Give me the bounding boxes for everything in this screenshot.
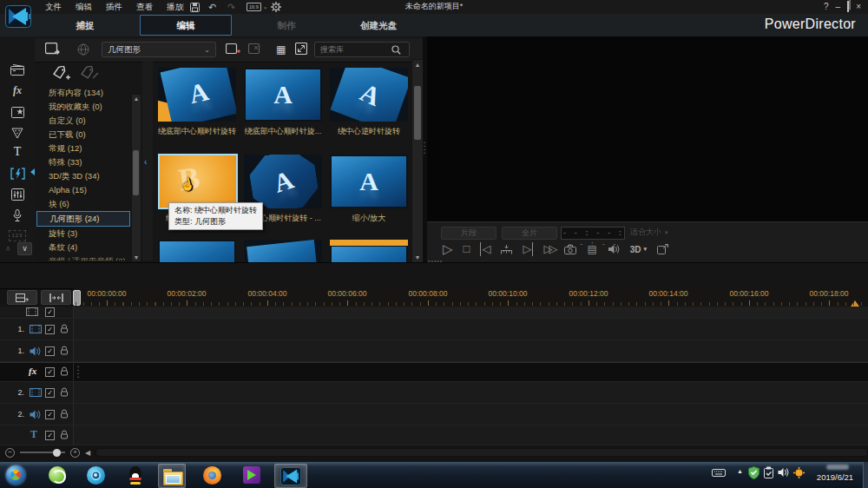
fast-forward-icon[interactable]: ▷▷ <box>543 242 554 256</box>
transition-thumb-6[interactable]: A <box>330 155 408 208</box>
minimize-button[interactable]: – <box>832 1 845 13</box>
help-button[interactable]: ? <box>820 1 832 13</box>
taskbar-player-purple[interactable] <box>240 464 264 486</box>
tray-show-hidden-icon[interactable]: ▲ <box>737 468 743 474</box>
playhead-handle[interactable] <box>73 290 81 306</box>
particle-room-icon[interactable] <box>6 124 29 142</box>
voiceover-room-icon[interactable] <box>6 207 29 224</box>
transition-thumb-5[interactable]: A <box>244 155 322 208</box>
import-media-icon[interactable] <box>45 43 61 56</box>
add-tag-icon[interactable] <box>52 66 71 82</box>
category-favorites[interactable]: 我的收藏夹 (0) <box>36 100 139 114</box>
track-enable-checkbox[interactable]: ✓ <box>45 346 55 356</box>
audio-mixing-room-icon[interactable] <box>6 186 29 203</box>
taskbar-explorer[interactable] <box>158 464 186 488</box>
menu-edit[interactable]: 编辑 <box>69 0 99 14</box>
volume-speaker-icon[interactable] <box>608 244 620 254</box>
resize-thumbnails-icon[interactable] <box>295 43 307 55</box>
collapse-left-icon[interactable]: ‹ <box>144 157 147 167</box>
track-enable-checkbox[interactable]: ✓ <box>45 431 55 440</box>
next-frame-icon[interactable]: ▷ <box>523 242 533 256</box>
category-special[interactable]: 特殊 (33) <box>36 155 139 169</box>
save-icon[interactable] <box>190 3 200 12</box>
rooms-scroll-down-button[interactable]: ∨ <box>17 242 32 255</box>
timeline-h-scrollbar[interactable] <box>95 448 868 457</box>
row-grip-dots[interactable]: •••• <box>77 365 79 379</box>
menu-file[interactable]: 文件 <box>38 0 69 14</box>
taskbar-video-player[interactable] <box>83 464 108 486</box>
taskbar-qq[interactable] <box>123 464 148 486</box>
tray-keyboard-icon[interactable] <box>712 469 726 477</box>
scroll-down-icon[interactable]: ▼ <box>132 254 141 261</box>
track-enable-checkbox[interactable]: ✓ <box>45 367 55 377</box>
search-input[interactable] <box>319 44 391 55</box>
tab-create-disc[interactable]: 创建光盘 <box>345 16 411 35</box>
pip-objects-room-icon[interactable] <box>6 103 29 121</box>
stop-button-icon[interactable]: □ <box>464 242 470 256</box>
grid-scrollbar[interactable]: ▲ ▼ <box>411 59 424 264</box>
undock-preview-icon[interactable] <box>657 244 669 254</box>
taskbar-date[interactable]: 2019/6/21 <box>808 472 862 482</box>
taskbar-firefox[interactable] <box>200 464 224 486</box>
track-enable-checkbox[interactable]: ✓ <box>45 307 55 317</box>
track-row-title[interactable]: T ✓ <box>0 425 868 445</box>
transition-thumb-4-selected[interactable]: B <box>158 154 238 209</box>
tab-edit[interactable]: 编辑 <box>140 15 232 36</box>
transition-thumb-2[interactable]: A <box>244 68 322 122</box>
tray-security-shield-icon[interactable] <box>748 466 760 479</box>
snapshot-camera-icon[interactable] <box>564 245 576 254</box>
taskbar-powerdirector-active[interactable] <box>274 464 307 488</box>
track-row-video-2[interactable]: 2. ✓ <box>0 382 868 404</box>
close-button[interactable]: × <box>852 1 865 13</box>
track-row-audio-2[interactable]: 2. ✓ <box>0 404 868 425</box>
category-filter-dropdown[interactable]: 几何图形 ⌄ <box>102 42 216 57</box>
show-desktop-button[interactable] <box>863 462 868 488</box>
tray-volume-icon[interactable] <box>778 467 789 478</box>
track-row-video-1[interactable]: 1. ✓ <box>0 319 868 340</box>
category-block[interactable]: 块 (6) <box>36 197 139 211</box>
lock-icon[interactable] <box>60 430 69 439</box>
tray-app-orange-icon[interactable] <box>793 467 805 478</box>
track-row-effect[interactable]: fx ✓ •••• <box>0 362 868 382</box>
search-icon[interactable] <box>391 45 401 55</box>
track-row-thumbnail[interactable]: ✓ <box>0 307 868 319</box>
effect-room-icon[interactable]: fx <box>6 82 29 99</box>
scroll-left-icon[interactable]: ◀ <box>85 449 90 457</box>
start-button[interactable] <box>6 465 25 485</box>
scroll-up-icon[interactable]: ▲ <box>412 60 423 70</box>
preview-quality-icon[interactable]: ▤ <box>587 242 596 256</box>
category-stripes[interactable]: 条纹 (4) <box>36 241 139 254</box>
track-row-audio-1[interactable]: 1. ✓ <box>0 340 868 362</box>
play-button-icon[interactable]: ▷ <box>443 242 453 256</box>
seek-ruler-icon[interactable] <box>501 245 512 254</box>
transition-thumb-3[interactable]: A <box>330 68 408 122</box>
transition-thumb-8[interactable] <box>244 240 322 262</box>
menu-play[interactable]: 播放 <box>160 0 190 14</box>
undo-icon[interactable]: ↶ <box>208 0 216 14</box>
new-folder-icon[interactable] <box>226 43 240 56</box>
transition-thumb-1[interactable]: A <box>158 68 236 122</box>
zoom-in-button[interactable]: + <box>70 448 80 458</box>
menu-view[interactable]: 查看 <box>129 0 160 14</box>
timecode-display[interactable]: - - : - - : - - : - - <box>561 227 625 240</box>
aspect-ratio-selector[interactable]: 16:9 ⌄ <box>247 3 268 11</box>
track-manager-button[interactable] <box>7 290 37 305</box>
category-scrollbar[interactable]: ▲ ▼ <box>131 94 141 262</box>
media-room-icon[interactable] <box>6 61 29 78</box>
transition-room-icon[interactable] <box>6 165 29 182</box>
category-rotate[interactable]: 旋转 (3) <box>36 227 139 241</box>
settings-gear-icon[interactable] <box>271 2 281 12</box>
lock-icon[interactable] <box>60 366 69 376</box>
title-room-icon[interactable]: T <box>6 143 29 161</box>
transition-thumb-7[interactable] <box>158 240 236 262</box>
tray-update-icon[interactable] <box>763 466 774 478</box>
timeline-ruler[interactable]: 00:00:00:00 00:00:02:00 00:00:04:00 00:0… <box>74 287 868 307</box>
category-geometric-selected[interactable]: 几何图形 (24) <box>36 211 130 227</box>
track-enable-checkbox[interactable]: ✓ <box>45 325 55 334</box>
taskbar-browser-green[interactable] <box>45 464 69 486</box>
grid-view-icon[interactable]: ▦ <box>276 43 286 56</box>
category-custom[interactable]: 自定义 (0) <box>36 114 139 128</box>
lock-icon[interactable] <box>60 324 69 333</box>
menu-plugins[interactable]: 插件 <box>99 0 129 14</box>
category-downloaded[interactable]: 已下载 (0) <box>36 128 139 142</box>
